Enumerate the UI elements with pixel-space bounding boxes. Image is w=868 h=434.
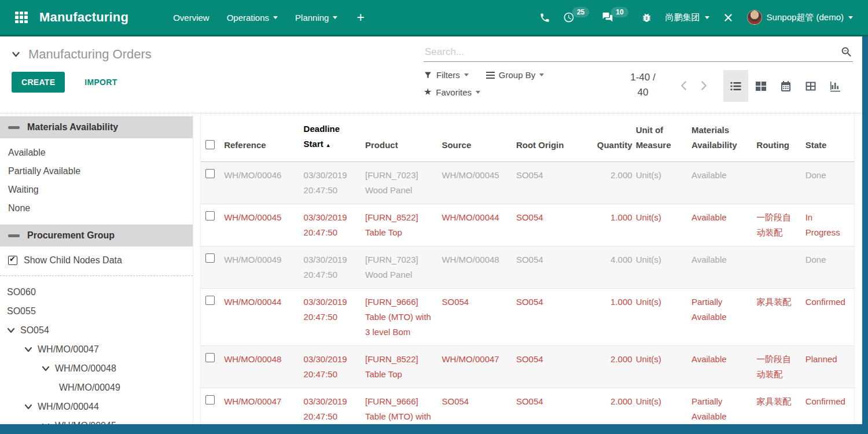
cell-uom: Unit(s) bbox=[635, 388, 690, 425]
cell-quantity: 2.000 bbox=[589, 388, 634, 425]
filter-waiting[interactable]: Waiting bbox=[8, 181, 193, 199]
pager-total: 40 bbox=[621, 85, 664, 100]
settings-tools-button[interactable] bbox=[716, 0, 740, 35]
filters-label: Filters bbox=[436, 70, 460, 80]
filters-menu[interactable]: Filters bbox=[424, 70, 469, 80]
voip-phone-button[interactable] bbox=[533, 0, 557, 35]
top-nav: Manufacturing Overview Operations Planni… bbox=[0, 0, 868, 36]
favorites-menu[interactable]: ★ Favorites bbox=[424, 87, 480, 97]
view-switcher bbox=[723, 70, 848, 102]
tree-node-so054[interactable]: SO054 bbox=[0, 321, 193, 340]
tree-node-so055[interactable]: SO055 bbox=[0, 301, 193, 321]
cell-materials_availability: Available bbox=[690, 346, 755, 388]
view-switch-list[interactable] bbox=[723, 70, 748, 102]
main-scrollbar[interactable] bbox=[854, 113, 862, 424]
nav-item-operations[interactable]: Operations bbox=[218, 0, 286, 35]
table-row-wh-mo-00046[interactable]: WH/MO/0004603/30/2019 20:47:50[FURN_7023… bbox=[201, 162, 854, 204]
table-row-wh-mo-00048[interactable]: WH/MO/0004803/30/2019 20:47:50[FURN_8522… bbox=[201, 346, 854, 388]
create-button[interactable]: CREATE bbox=[12, 72, 65, 93]
action-buttons: CREATE IMPORT bbox=[12, 72, 424, 93]
user-menu[interactable]: Sunpop超管 (demo) bbox=[740, 0, 860, 35]
search-input[interactable] bbox=[424, 46, 840, 58]
view-switch-pivot[interactable] bbox=[798, 70, 823, 102]
table-row-wh-mo-00044[interactable]: WH/MO/0004403/30/2019 20:47:50[FURN_9666… bbox=[201, 289, 854, 346]
tree-node-wh-mo-00045[interactable]: WH/MO/00045 bbox=[0, 416, 193, 424]
show-child-nodes-label: Show Child Nodes Data bbox=[24, 255, 122, 266]
row-checkbox[interactable] bbox=[205, 395, 215, 404]
filter-none[interactable]: None bbox=[8, 199, 193, 218]
select-all-checkbox[interactable] bbox=[205, 140, 215, 149]
view-switch-calendar[interactable] bbox=[773, 70, 798, 102]
filter-available[interactable]: Available bbox=[8, 144, 193, 162]
show-child-nodes-checkbox[interactable] bbox=[8, 256, 17, 265]
filter-funnel-icon bbox=[424, 71, 432, 79]
nav-item-planning[interactable]: Planning bbox=[286, 0, 346, 35]
view-switch-graph[interactable] bbox=[823, 70, 848, 102]
apps-grid-icon[interactable] bbox=[15, 12, 28, 24]
dash-icon bbox=[8, 234, 20, 237]
pager-previous-button[interactable] bbox=[678, 78, 689, 95]
tree-node-wh-mo-00048[interactable]: WH/MO/00048 bbox=[0, 359, 193, 378]
chevron-down-icon[interactable] bbox=[12, 51, 20, 58]
tree-node-so060[interactable]: SO060 bbox=[0, 282, 193, 301]
app-title[interactable]: Manufacturing bbox=[39, 10, 128, 25]
debug-button[interactable] bbox=[635, 0, 659, 35]
cell-routing: 一阶段自动装配 bbox=[755, 346, 804, 388]
tree-node-label: WH/MO/00048 bbox=[55, 359, 116, 378]
group-by-menu[interactable]: Group By bbox=[486, 70, 544, 80]
row-checkbox[interactable] bbox=[205, 253, 215, 263]
row-checkbox[interactable] bbox=[205, 169, 215, 178]
column-header-source[interactable]: Source bbox=[440, 113, 514, 162]
cell-routing: 家具装配 bbox=[755, 388, 804, 425]
chevron-down-icon[interactable] bbox=[24, 346, 32, 353]
breadcrumb: Manufacturing Orders bbox=[12, 47, 424, 62]
column-header-root-origin[interactable]: Root Origin bbox=[515, 113, 589, 162]
table-row-wh-mo-00045[interactable]: WH/MO/0004503/30/2019 20:47:50[FURN_8522… bbox=[201, 204, 854, 247]
cell-routing bbox=[755, 247, 804, 289]
cell-source: WH/MO/00045 bbox=[440, 162, 514, 204]
tree-node-wh-mo-00047[interactable]: WH/MO/00047 bbox=[0, 340, 193, 359]
filter-partially-available[interactable]: Partially Available bbox=[8, 162, 193, 181]
page-title[interactable]: Manufacturing Orders bbox=[28, 47, 152, 62]
row-select-cell bbox=[201, 346, 223, 388]
import-button[interactable]: IMPORT bbox=[81, 77, 120, 87]
activities-button[interactable]: 25 bbox=[557, 0, 595, 35]
column-header-product[interactable]: Product bbox=[364, 113, 440, 162]
chevron-down-icon[interactable] bbox=[7, 327, 15, 334]
view-switch-kanban[interactable] bbox=[748, 70, 773, 102]
cell-deadline: 03/30/2019 20:47:50 bbox=[303, 247, 364, 289]
sidebar-scrollbar[interactable] bbox=[193, 113, 201, 424]
bug-icon bbox=[641, 12, 652, 23]
column-header-materials-availability[interactable]: Materials Availability bbox=[690, 113, 755, 162]
messages-button[interactable]: 10 bbox=[595, 0, 634, 35]
cell-reference: WH/MO/00048 bbox=[223, 346, 302, 388]
tree-node-wh-mo-00044[interactable]: WH/MO/00044 bbox=[0, 397, 193, 416]
row-checkbox[interactable] bbox=[205, 211, 215, 220]
column-header-quantity[interactable]: Quantity bbox=[589, 113, 634, 162]
pager-next-button[interactable] bbox=[698, 78, 709, 95]
chevron-down-icon[interactable] bbox=[24, 403, 32, 410]
chevron-down-icon[interactable] bbox=[42, 365, 50, 372]
nav-item-overview[interactable]: Overview bbox=[164, 0, 218, 35]
row-checkbox[interactable] bbox=[205, 353, 215, 362]
tree-node-wh-mo-00049[interactable]: WH/MO/00049 bbox=[0, 378, 193, 397]
company-name: 尚鹏集团 bbox=[665, 12, 700, 23]
column-header-reference[interactable]: Reference bbox=[223, 113, 302, 162]
column-header-routing[interactable]: Routing bbox=[755, 113, 804, 162]
show-child-nodes-option[interactable]: Show Child Nodes Data bbox=[0, 247, 193, 276]
search-magnifier-icon[interactable] bbox=[840, 46, 853, 58]
column-header-deadline-start[interactable]: Deadline Start▲ bbox=[303, 113, 364, 162]
column-header-state[interactable]: State bbox=[804, 113, 854, 162]
company-switcher[interactable]: 尚鹏集团 bbox=[659, 0, 716, 35]
table-row-wh-mo-00047[interactable]: WH/MO/0004703/30/2019 20:47:50[FURN_9666… bbox=[201, 388, 854, 425]
control-panel: Manufacturing Orders CREATE IMPORT Filte… bbox=[0, 36, 868, 113]
column-header-unit-of-measure[interactable]: Unit of Measure bbox=[635, 113, 690, 162]
cell-quantity: 1.000 bbox=[589, 289, 634, 346]
cell-product: [FURN_8522] Table Top bbox=[364, 204, 440, 247]
quick-create-button[interactable]: + bbox=[346, 10, 374, 25]
cell-uom: Unit(s) bbox=[635, 346, 690, 388]
table-row-wh-mo-00049[interactable]: WH/MO/0004903/30/2019 20:47:50[FURN_7023… bbox=[201, 247, 854, 289]
nav-item-label: Overview bbox=[173, 13, 209, 23]
row-select-cell bbox=[201, 247, 223, 289]
row-checkbox[interactable] bbox=[205, 296, 215, 305]
